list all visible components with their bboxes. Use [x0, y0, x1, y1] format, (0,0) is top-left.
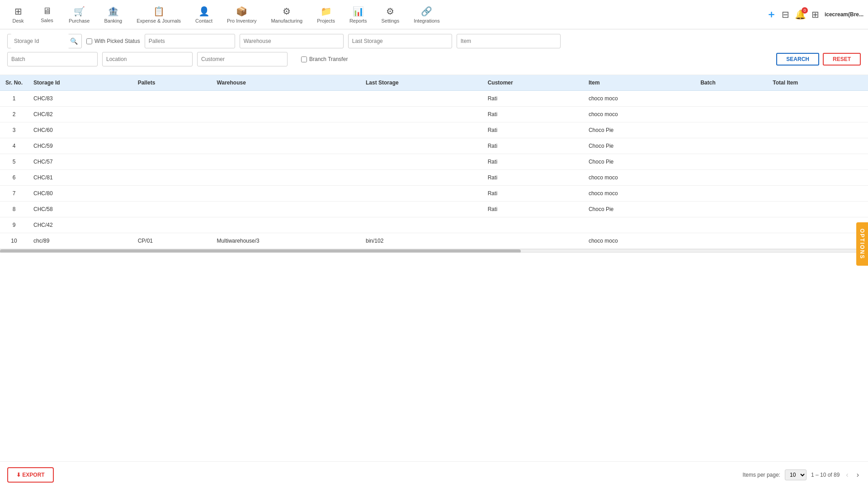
table-row[interactable]: 9 CHC/42: [0, 217, 868, 233]
last-storage-input[interactable]: [348, 34, 452, 48]
pallets-input[interactable]: [145, 34, 235, 48]
cell-total-item: [767, 122, 868, 138]
table-row[interactable]: 1 CHC/83 Rati choco moco: [0, 91, 868, 107]
cell-customer: Rati: [482, 91, 583, 107]
col-customer: Customer: [482, 75, 583, 91]
table-row[interactable]: 3 CHC/60 Rati Choco Pie: [0, 122, 868, 138]
desk-icon: ⊞: [14, 6, 22, 17]
user-menu[interactable]: icecream(Bre...: [825, 11, 863, 18]
nav-item-banking[interactable]: 🏦 Banking: [98, 3, 128, 26]
col-warehouse: Warehouse: [212, 75, 360, 91]
cell-batch: [695, 138, 767, 154]
cell-storage-id: CHC/42: [28, 217, 132, 233]
purchase-icon: 🛒: [74, 6, 85, 17]
cell-sr: 4: [0, 138, 28, 154]
nav-item-expense-journals[interactable]: 📋 Expense & Journals: [130, 3, 187, 26]
manufacturing-icon: ⚙: [283, 6, 291, 17]
filter-area: 🔍 With Picked Status Branch Transfer SEA…: [0, 29, 868, 75]
cell-pallets: [132, 170, 212, 186]
layout-button[interactable]: ⊞: [811, 9, 819, 20]
projects-icon: 📁: [321, 6, 332, 17]
nav-label-manufacturing: Manufacturing: [271, 18, 302, 23]
cell-batch: [695, 122, 767, 138]
nav-item-settings[interactable]: ⚙ Settings: [375, 3, 406, 26]
branch-transfer-label[interactable]: Branch Transfer: [301, 56, 348, 62]
with-picked-status-checkbox[interactable]: [86, 38, 92, 44]
cell-batch: [695, 107, 767, 122]
cell-item: Choco Pie: [583, 122, 695, 138]
grid-view-button[interactable]: ⊟: [782, 9, 789, 20]
cell-batch: [695, 170, 767, 186]
branch-transfer-checkbox[interactable]: [301, 56, 307, 62]
cell-sr: 2: [0, 107, 28, 122]
nav-item-manufacturing[interactable]: ⚙ Manufacturing: [264, 3, 309, 26]
table-row[interactable]: 5 CHC/57 Rati Choco Pie: [0, 154, 868, 170]
with-picked-status-label[interactable]: With Picked Status: [86, 38, 140, 44]
scroll-hint[interactable]: [0, 249, 868, 253]
col-sr: Sr. No.: [0, 75, 28, 91]
reset-button[interactable]: RESET: [823, 53, 861, 66]
cell-storage-id: CHC/60: [28, 122, 132, 138]
cell-customer: Rati: [482, 122, 583, 138]
storage-id-search-button[interactable]: 🔍: [69, 38, 79, 45]
cell-batch: [695, 154, 767, 170]
table-row[interactable]: 7 CHC/80 Rati choco moco: [0, 186, 868, 202]
notification-badge: 0: [802, 7, 808, 14]
cell-sr: 5: [0, 154, 28, 170]
table-row[interactable]: 4 CHC/59 Rati Choco Pie: [0, 138, 868, 154]
col-item: Item: [583, 75, 695, 91]
table-row[interactable]: 6 CHC/81 Rati choco moco: [0, 170, 868, 186]
cell-item: Choco Pie: [583, 138, 695, 154]
integrations-icon: 🔗: [421, 6, 432, 17]
cell-last-storage: bin/102: [360, 233, 482, 249]
table-row[interactable]: 8 CHC/58 Rati Choco Pie: [0, 202, 868, 217]
table-row[interactable]: 10 chc/89 CP/01 Multiwarehouse/3 bin/102…: [0, 233, 868, 249]
cell-customer: Rati: [482, 154, 583, 170]
nav-item-projects[interactable]: 📁 Projects: [311, 3, 341, 26]
nav-item-pro-inventory[interactable]: 📦 Pro Inventory: [221, 3, 263, 26]
cell-warehouse: [212, 122, 360, 138]
cell-last-storage: [360, 186, 482, 202]
nav-item-integrations[interactable]: 🔗 Integrations: [407, 3, 446, 26]
warehouse-input[interactable]: [240, 34, 344, 48]
cell-sr: 1: [0, 91, 28, 107]
nav-item-reports[interactable]: 📊 Reports: [343, 3, 373, 26]
cell-batch: [695, 202, 767, 217]
customer-input[interactable]: [197, 52, 288, 66]
cell-warehouse: [212, 107, 360, 122]
search-button[interactable]: SEARCH: [776, 53, 819, 66]
sales-icon: 🖥: [42, 6, 52, 16]
storage-table: Sr. No. Storage Id Pallets Warehouse Las…: [0, 75, 868, 249]
nav-item-purchase[interactable]: 🛒 Purchase: [62, 3, 96, 26]
cell-warehouse: [212, 170, 360, 186]
cell-last-storage: [360, 154, 482, 170]
cell-item: [583, 217, 695, 233]
item-input[interactable]: [457, 34, 561, 48]
nav-item-desk[interactable]: ⊞ Desk: [5, 3, 32, 26]
add-button[interactable]: ＋: [766, 8, 776, 21]
cell-last-storage: [360, 138, 482, 154]
cell-batch: [695, 91, 767, 107]
filter-row-2: Branch Transfer SEARCH RESET: [7, 52, 861, 66]
location-input[interactable]: [102, 52, 193, 66]
top-navigation: ⊞ Desk 🖥 Sales 🛒 Purchase 🏦 Banking 📋 Ex…: [0, 0, 868, 29]
cell-storage-id: CHC/83: [28, 91, 132, 107]
batch-input[interactable]: [7, 52, 98, 66]
nav-item-sales[interactable]: 🖥 Sales: [33, 3, 61, 26]
cell-item: choco moco: [583, 170, 695, 186]
cell-customer: [482, 233, 583, 249]
cell-sr: 9: [0, 217, 28, 233]
notification-button[interactable]: 🔔 0: [795, 9, 806, 20]
nav-label-integrations: Integrations: [414, 18, 439, 23]
storage-id-input[interactable]: [10, 34, 69, 48]
cell-sr: 3: [0, 122, 28, 138]
nav-item-contact[interactable]: 👤 Contact: [189, 3, 219, 26]
options-tab[interactable]: OPTIONS: [856, 222, 868, 266]
settings-icon: ⚙: [386, 6, 394, 17]
cell-total-item: [767, 91, 868, 107]
cell-pallets: [132, 202, 212, 217]
cell-last-storage: [360, 107, 482, 122]
cell-total-item: [767, 154, 868, 170]
cell-storage-id: CHC/59: [28, 138, 132, 154]
table-row[interactable]: 2 CHC/82 Rati choco moco: [0, 107, 868, 122]
